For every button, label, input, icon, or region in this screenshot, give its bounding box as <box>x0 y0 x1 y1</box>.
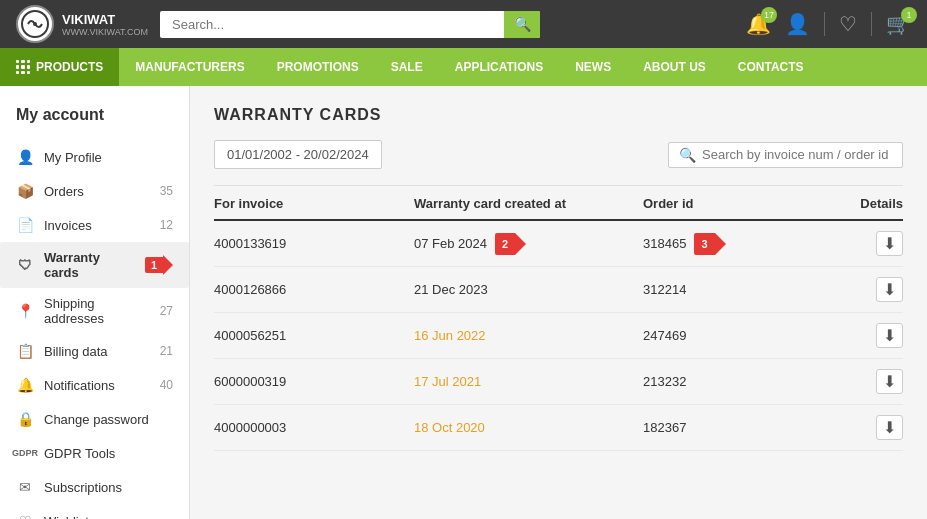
nav-contacts[interactable]: CONTACTS <box>722 48 820 86</box>
sidebar-item-label: Subscriptions <box>44 480 173 495</box>
cart-icon[interactable]: 🛒 1 <box>886 12 911 36</box>
filter-bar: 01/01/2002 - 20/02/2024 🔍 <box>214 140 903 169</box>
logo: VIKIWAT WWW.VIKIWAT.COM <box>16 5 148 43</box>
notifications-menu-icon: 🔔 <box>16 376 34 394</box>
logo-brand: VIKIWAT WWW.VIKIWAT.COM <box>62 12 148 37</box>
password-icon: 🔒 <box>16 410 34 428</box>
download-button[interactable]: ⬇ <box>876 323 903 348</box>
main-content: WARRANTY CARDS 01/01/2002 - 20/02/2024 🔍… <box>190 86 927 519</box>
order-id: 182367 <box>643 420 823 435</box>
sidebar: My account 👤 My Profile 📦 Orders 35 📄 In… <box>0 86 190 519</box>
col-invoice-header: For invoice <box>214 196 414 211</box>
sidebar-item-billing[interactable]: 📋 Billing data 21 <box>0 334 189 368</box>
sidebar-item-notifications[interactable]: 🔔 Notifications 40 <box>0 368 189 402</box>
sidebar-item-label: Orders <box>44 184 150 199</box>
row-details: ⬇ <box>823 369 903 394</box>
download-button[interactable]: ⬇ <box>876 369 903 394</box>
search-bar: 🔍 <box>160 11 540 38</box>
col-date-header: Warranty card created at <box>414 196 643 211</box>
sidebar-item-label: Notifications <box>44 378 150 393</box>
gdpr-icon: GDPR <box>16 444 34 462</box>
search-input[interactable] <box>160 11 540 38</box>
search-invoice-input[interactable] <box>702 147 892 162</box>
divider2 <box>871 12 872 36</box>
invoice-number: 4000133619 <box>214 236 414 251</box>
order-id: 213232 <box>643 374 823 389</box>
page-title: WARRANTY CARDS <box>214 106 903 124</box>
svg-point-1 <box>33 22 37 26</box>
invoices-icon: 📄 <box>16 216 34 234</box>
table-row: 4000000003 18 Oct 2020 182367 ⬇ <box>214 405 903 451</box>
warranty-date: 16 Jun 2022 <box>414 328 643 343</box>
notifications-badge: 17 <box>761 7 777 23</box>
sidebar-item-label: Warranty cards <box>44 250 135 280</box>
sidebar-item-subscriptions[interactable]: ✉ Subscriptions <box>0 470 189 504</box>
notifications-count: 40 <box>160 378 173 392</box>
shipping-count: 27 <box>160 304 173 318</box>
user-icon: 👤 <box>16 148 34 166</box>
sidebar-item-label: Change password <box>44 412 173 427</box>
wishlist-menu-icon: ♡ <box>16 512 34 519</box>
table-row: 4000126866 21 Dec 2023 312214 ⬇ <box>214 267 903 313</box>
table-header: For invoice Warranty card created at Ord… <box>214 186 903 221</box>
download-button[interactable]: ⬇ <box>876 277 903 302</box>
grid-icon <box>16 60 30 74</box>
orders-icon: 📦 <box>16 182 34 200</box>
row-details: ⬇ <box>823 231 903 256</box>
warranty-date: 18 Oct 2020 <box>414 420 643 435</box>
invoices-count: 12 <box>160 218 173 232</box>
sidebar-item-warranty[interactable]: 🛡 Warranty cards 1 <box>0 242 189 288</box>
nav-bar: PRODUCTS MANUFACTURERS PROMOTIONS SALE A… <box>0 48 927 86</box>
sidebar-item-myprofile[interactable]: 👤 My Profile <box>0 140 189 174</box>
warranty-date: 17 Jul 2021 <box>414 374 643 389</box>
invoice-number: 4000056251 <box>214 328 414 343</box>
order-id: 312214 <box>643 282 823 297</box>
sidebar-item-wishlist[interactable]: ♡ Wishlist <box>0 504 189 519</box>
order-id: 247469 <box>643 328 823 343</box>
nav-news[interactable]: NEWS <box>559 48 627 86</box>
nav-sale[interactable]: SALE <box>375 48 439 86</box>
download-button[interactable]: ⬇ <box>876 231 903 256</box>
wishlist-icon[interactable]: ♡ <box>839 12 857 36</box>
billing-count: 21 <box>160 344 173 358</box>
nav-applications[interactable]: APPLICATIONS <box>439 48 559 86</box>
sidebar-item-label: Invoices <box>44 218 150 233</box>
table-row: 4000133619 07 Feb 2024 2 318465 3 ⬇ <box>214 221 903 267</box>
sidebar-item-shipping[interactable]: 📍 Shipping addresses 27 <box>0 288 189 334</box>
cart-badge: 1 <box>901 7 917 23</box>
nav-products[interactable]: PRODUCTS <box>0 48 119 86</box>
sidebar-item-label: GDPR Tools <box>44 446 173 461</box>
sidebar-item-password[interactable]: 🔒 Change password <box>0 402 189 436</box>
download-button[interactable]: ⬇ <box>876 415 903 440</box>
warranty-icon: 🛡 <box>16 256 34 274</box>
order-id: 318465 <box>643 236 686 251</box>
divider <box>824 12 825 36</box>
subscriptions-icon: ✉ <box>16 478 34 496</box>
table-row: 4000056251 16 Jun 2022 247469 ⬇ <box>214 313 903 359</box>
date-range[interactable]: 01/01/2002 - 20/02/2024 <box>214 140 382 169</box>
notifications-icon[interactable]: 🔔 17 <box>746 12 771 36</box>
user-icon[interactable]: 👤 <box>785 12 810 36</box>
header: VIKIWAT WWW.VIKIWAT.COM 🔍 🔔 17 👤 ♡ 🛒 1 <box>0 0 927 48</box>
col-details-header: Details <box>823 196 903 211</box>
row-details: ⬇ <box>823 415 903 440</box>
sidebar-item-orders[interactable]: 📦 Orders 35 <box>0 174 189 208</box>
invoice-number: 6000000319 <box>214 374 414 389</box>
search-invoice-icon: 🔍 <box>679 147 696 163</box>
sidebar-item-label: Billing data <box>44 344 150 359</box>
table-row: 6000000319 17 Jul 2021 213232 ⬇ <box>214 359 903 405</box>
page-body: My account 👤 My Profile 📦 Orders 35 📄 In… <box>0 86 927 519</box>
nav-promotions[interactable]: PROMOTIONS <box>261 48 375 86</box>
warranty-date: 21 Dec 2023 <box>414 282 643 297</box>
row-details: ⬇ <box>823 323 903 348</box>
col-orderid-header: Order id <box>643 196 823 211</box>
nav-manufacturers[interactable]: MANUFACTURERS <box>119 48 260 86</box>
nav-about[interactable]: ABOUT US <box>627 48 722 86</box>
sidebar-item-label: Wishlist <box>44 514 173 520</box>
billing-icon: 📋 <box>16 342 34 360</box>
sidebar-item-gdpr[interactable]: GDPR GDPR Tools <box>0 436 189 470</box>
search-button[interactable]: 🔍 <box>504 11 540 38</box>
sidebar-item-label: My Profile <box>44 150 173 165</box>
sidebar-item-invoices[interactable]: 📄 Invoices 12 <box>0 208 189 242</box>
row-details: ⬇ <box>823 277 903 302</box>
